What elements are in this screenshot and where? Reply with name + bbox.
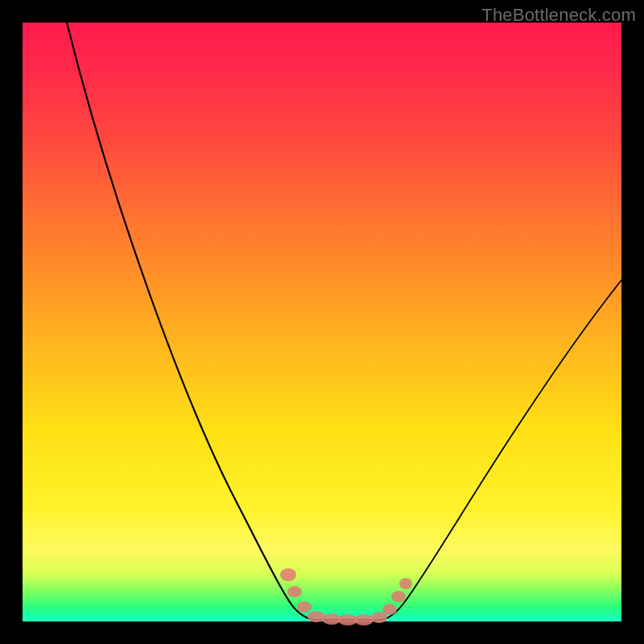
curve-left-arm <box>67 23 314 620</box>
chart-svg <box>23 23 621 621</box>
bead <box>297 601 312 613</box>
bead <box>382 604 397 615</box>
bead <box>391 591 406 602</box>
bead <box>280 568 296 581</box>
chart-frame: TheBottleneck.com <box>0 0 644 644</box>
trough-beads <box>280 568 412 625</box>
plot-area <box>23 23 621 621</box>
watermark-text: TheBottleneck.com <box>481 5 636 26</box>
curve-right-arm <box>382 280 621 620</box>
bead <box>399 578 412 589</box>
bead <box>287 586 302 597</box>
bead <box>354 614 374 625</box>
